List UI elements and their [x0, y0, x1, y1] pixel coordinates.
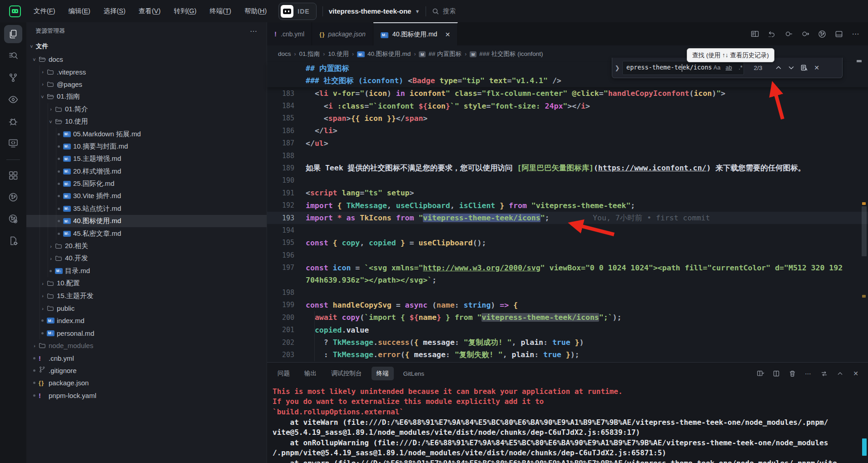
match-case-toggle[interactable]: Aa [712, 63, 722, 73]
next-match-button[interactable] [785, 61, 798, 74]
tree-item-05.Markdown 拓展.md[interactable]: M↓05.Markdown 拓展.md [26, 128, 267, 140]
chevron-down-icon[interactable]: ˅ [30, 56, 39, 63]
circlearrow-icon[interactable] [799, 27, 812, 41]
ide-badge[interactable]: IDE [278, 3, 316, 20]
menu-item-g[interactable]: 转到(G) [174, 7, 197, 15]
close-find-button[interactable]: ✕ [810, 61, 823, 74]
menu-item-f[interactable]: 文件(F) [34, 7, 55, 15]
panel-swap-icon[interactable] [818, 368, 830, 379]
files-section-header[interactable]: ˅ 文件 [26, 40, 267, 53]
gitcircle-icon[interactable] [815, 27, 829, 41]
more-icon[interactable]: ⋯ [849, 27, 863, 41]
panel-tab-输出[interactable]: 输出 [299, 367, 322, 380]
extensions-grid-icon[interactable] [4, 166, 22, 184]
previous-match-button[interactable] [772, 61, 785, 74]
tree-item-35.站点统计.md[interactable]: M↓35.站点统计.md [26, 203, 267, 215]
trash-icon[interactable] [786, 368, 798, 379]
breadcrumb-item[interactable]: M## 内置图标 [419, 50, 461, 58]
tree-item-personal.md[interactable]: M↓personal.md [26, 327, 267, 339]
line-number: 201 [267, 326, 294, 334]
debug-icon[interactable] [4, 112, 22, 130]
panel-tab-调试控制台[interactable]: 调试控制台 [326, 367, 367, 380]
app-logo-icon[interactable] [9, 5, 21, 17]
tree-item-package.json[interactable]: { }package.json [26, 377, 267, 389]
tree-item-20.样式增强.md[interactable]: M↓20.样式增强.md [26, 165, 267, 178]
panel-tab-GitLens[interactable]: GitLens [398, 368, 430, 380]
find-input[interactable]: epress-theme-teek/icons Aa ab .* [622, 61, 744, 75]
tree-item-10.摘要与封面.md[interactable]: M↓10.摘要与封面.md [26, 140, 267, 153]
explorer-icon[interactable] [4, 25, 22, 43]
tree-item-.vitepress[interactable]: ›.vitepress [26, 65, 267, 78]
tree-item-.cnb.yml[interactable]: !.cnb.yml [26, 352, 267, 364]
breadcrumb-item[interactable]: M### 社交图标 (iconfont) [470, 50, 543, 58]
panel-tab-问题[interactable]: 问题 [273, 367, 295, 380]
whole-word-toggle[interactable]: ab [724, 63, 734, 73]
layout-icon[interactable] [832, 27, 846, 41]
tree-item-20.相关[interactable]: ›20.相关 [26, 240, 267, 252]
gitlens-icon[interactable] [4, 210, 22, 228]
close-panel-button[interactable]: ✕ [850, 368, 862, 379]
tab-.cnb.yml[interactable]: !.cnb.yml [267, 22, 312, 45]
tree-item-15.主题开发[interactable]: ›15.主题开发 [26, 289, 267, 302]
global-search-button[interactable]: 搜索 [432, 7, 456, 15]
menu-item-e[interactable]: 编辑(E) [69, 7, 90, 15]
tree-item-01.指南[interactable]: ˅01.指南 [26, 90, 267, 103]
breadcrumb-item[interactable]: 01.指南 [299, 50, 320, 58]
tree-item-01.简介[interactable]: ›01.简介 [26, 103, 267, 115]
tab-40.图标使用.md[interactable]: M↓40.图标使用.md✕ [373, 22, 458, 45]
code-token: copied [369, 239, 396, 247]
chevron-right-icon[interactable]: › [30, 343, 39, 349]
project-switcher[interactable]: vitepress-theme-teek-one ▼ [329, 7, 420, 15]
menu-item-h[interactable]: 帮助(H) [244, 7, 267, 15]
tree-item-40.开发[interactable]: ›40.开发 [26, 252, 267, 264]
tree-item-node_modules[interactable]: ›node_modules [26, 339, 267, 352]
breadcrumb-item[interactable]: M↓40.图标使用.md [357, 50, 411, 58]
tree-item-25.国际化.md[interactable]: M↓25.国际化.md [26, 178, 267, 190]
preview-icon[interactable] [748, 27, 762, 41]
tree-item-index.md[interactable]: M↓index.md [26, 314, 267, 327]
breadcrumb-item[interactable]: 10.使用 [328, 50, 349, 58]
search-icon[interactable] [4, 47, 22, 65]
sync-icon[interactable] [765, 27, 779, 41]
menu-item-t[interactable]: 终端(T) [210, 7, 232, 15]
tree-item-30.Vite 插件.md[interactable]: M↓30.Vite 插件.md [26, 190, 267, 202]
tree-item-.gitignore[interactable]: .gitignore [26, 364, 267, 377]
tree-item-public[interactable]: ›public [26, 302, 267, 314]
code-token: isClient [459, 201, 495, 210]
explorer-more-actions[interactable]: ⋯ [250, 27, 258, 35]
tree-item-40.图标使用.md[interactable]: M↓40.图标使用.md [26, 215, 267, 227]
code-viewport[interactable]: 183 <li v-for="(icon) in iconfont" class… [267, 87, 868, 362]
tree-item-45.私密文章.md[interactable]: M↓45.私密文章.md [26, 227, 267, 239]
circledash-icon[interactable] [782, 27, 795, 41]
menu-item-s[interactable]: 选择(S) [104, 7, 125, 15]
terminal-scrollbar[interactable] [862, 438, 867, 456]
close-tab-icon[interactable]: ✕ [445, 31, 451, 38]
remote-screen-icon[interactable] [4, 134, 22, 152]
tab-package.json[interactable]: { }package.json [312, 22, 373, 45]
terminal-output[interactable]: This is most likely unintended because i… [267, 384, 868, 463]
maximize-panel-button[interactable] [834, 368, 846, 379]
menu-item-v[interactable]: 查看(V) [139, 7, 160, 15]
split-panel-button[interactable] [770, 368, 782, 379]
tree-item-docs[interactable]: ˅docs [26, 53, 267, 65]
toggle-replace-chevron[interactable]: ❯ [612, 65, 622, 71]
preview-watch-icon[interactable] [4, 90, 22, 109]
tree-item-10.使用[interactable]: ˅10.使用 [26, 115, 267, 128]
tree-item-15.主题增强.md[interactable]: M↓15.主题增强.md [26, 153, 267, 165]
terminal-line: If you do want to externalize this modul… [273, 397, 868, 407]
tree-item-10.配置[interactable]: ›10.配置 [26, 277, 267, 289]
tree-item-@pages[interactable]: ›@pages [26, 78, 267, 90]
tree-item-目录.md[interactable]: M↓目录.md [26, 265, 267, 277]
scrollbar-thumb[interactable] [862, 206, 867, 256]
panel-more-actions[interactable]: ⋯ [802, 368, 814, 379]
panel-tab-终端[interactable]: 终端 [372, 367, 394, 380]
repo-graph-icon[interactable] [4, 188, 22, 206]
tree-item-pnpm-lock.yaml[interactable]: !pnpm-lock.yaml [26, 389, 267, 402]
terminal-split-dropdown-button[interactable] [754, 368, 766, 379]
code-token [392, 301, 396, 309]
workspace-config-icon[interactable] [4, 232, 22, 250]
code-token: : [543, 338, 552, 347]
source-control-icon[interactable] [4, 69, 22, 87]
find-in-selection-button[interactable] [798, 61, 810, 74]
breadcrumb-item[interactable]: docs [278, 50, 291, 57]
